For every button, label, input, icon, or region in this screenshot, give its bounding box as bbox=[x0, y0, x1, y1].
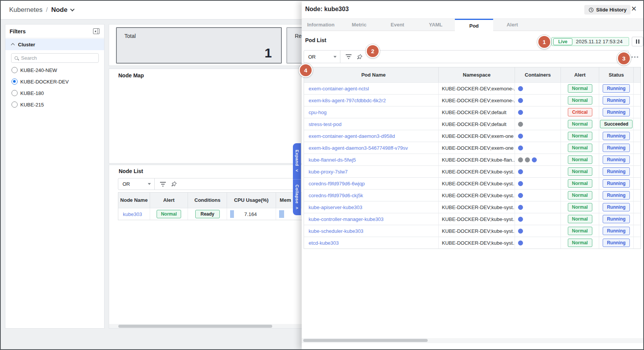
breadcrumb-current[interactable]: Node bbox=[51, 6, 68, 14]
breadcrumb-root[interactable]: Kubernetes bbox=[9, 6, 42, 14]
pod-link[interactable]: kube-proxy-7slw7 bbox=[309, 169, 348, 175]
collapse-panel-icon[interactable] bbox=[93, 28, 100, 34]
container-dot-blue bbox=[532, 157, 537, 162]
col-containers[interactable]: Containers bbox=[515, 67, 561, 82]
pod-table: Pod Name Namespace Containers Alert Stat… bbox=[304, 67, 641, 249]
node-list-operator-select[interactable]: OR bbox=[118, 178, 155, 190]
filter-icon[interactable] bbox=[346, 54, 351, 59]
pin-icon[interactable] bbox=[357, 54, 363, 60]
more-options-icon[interactable] bbox=[631, 56, 638, 58]
cluster-option-label: KUBE-215 bbox=[20, 102, 44, 108]
alert-badge: Normal bbox=[568, 239, 592, 247]
col-extra bbox=[634, 67, 641, 82]
tab-metric[interactable]: Metric bbox=[340, 19, 378, 31]
pod-link[interactable]: coredns-f9fd979d6-6wjqp bbox=[309, 181, 365, 186]
containers-cell bbox=[515, 142, 561, 154]
container-dot-blue bbox=[518, 169, 523, 174]
tab-pod[interactable]: Pod bbox=[455, 19, 493, 32]
pod-link[interactable]: exem-container-agent-daemon3-d958d bbox=[309, 133, 395, 139]
breadcrumb-separator: / bbox=[46, 6, 48, 14]
slide-history-button[interactable]: Slide History bbox=[584, 5, 631, 15]
radio-icon[interactable] bbox=[11, 79, 18, 85]
chevron-down-icon[interactable] bbox=[70, 7, 75, 11]
annotation-callout-2: 2 bbox=[367, 45, 379, 57]
col-pod-name[interactable]: Pod Name bbox=[304, 67, 439, 82]
tab-event[interactable]: Event bbox=[378, 19, 417, 31]
node-list-title: Node List bbox=[119, 168, 143, 174]
col-status[interactable]: Status bbox=[599, 67, 634, 82]
tab-alert[interactable]: Alert bbox=[493, 19, 531, 31]
pod-link[interactable]: etcd-kube303 bbox=[309, 240, 339, 246]
collapse-button[interactable]: Collapse > bbox=[293, 179, 301, 216]
pause-button[interactable] bbox=[632, 37, 643, 46]
extra-cell bbox=[634, 118, 641, 130]
pod-link[interactable]: stress-test-pod bbox=[309, 121, 342, 127]
table-row[interactable]: coredns-f9fd979d6-6wjqp KUBE-DOCKER-DEV;… bbox=[304, 177, 641, 189]
table-row[interactable]: exem-k8s-agent-daemon3-54677498ff-v79sv … bbox=[304, 142, 641, 154]
chevron-left-icon: < bbox=[296, 168, 298, 173]
table-row[interactable]: exem-k8s-agent-797cfdbbdc-6k2r2 KUBE-DOC… bbox=[304, 94, 641, 106]
col-namespace[interactable]: Namespace bbox=[439, 67, 515, 82]
tab-yaml[interactable]: YAML bbox=[417, 19, 455, 31]
status-badge: Running bbox=[603, 84, 630, 93]
table-row[interactable]: kube-flannel-ds-5fwj5 KUBE-DOCKER-DEV;ku… bbox=[304, 154, 641, 165]
containers-cell bbox=[515, 213, 561, 225]
pin-icon[interactable] bbox=[171, 181, 177, 187]
pod-link[interactable]: kube-controller-manager-kube303 bbox=[309, 216, 384, 222]
namespace-cell: KUBE-DOCKER-DEV;kube-syst... bbox=[439, 213, 515, 225]
table-row[interactable]: kube-proxy-7slw7 KUBE-DOCKER-DEV;kube-sy… bbox=[304, 165, 641, 177]
col-conditions[interactable]: Conditions bbox=[188, 193, 227, 208]
col-alert[interactable]: Alert bbox=[150, 193, 188, 208]
close-icon[interactable]: ✕ bbox=[631, 5, 637, 13]
expand-button[interactable]: Expand < bbox=[293, 143, 301, 179]
table-row[interactable]: exem-container-agent-daemon3-d958d KUBE-… bbox=[304, 130, 641, 142]
cluster-option-kube-docker-dev[interactable]: KUBE-DOCKER-DEV bbox=[5, 76, 104, 87]
containers-cell bbox=[515, 154, 561, 165]
search-input[interactable] bbox=[21, 55, 95, 61]
pod-link[interactable]: kube-flannel-ds-5fwj5 bbox=[309, 157, 356, 163]
table-row[interactable]: cpu-hog KUBE-DOCKER-DEV;default Critical… bbox=[304, 106, 641, 118]
container-dot-blue bbox=[518, 110, 523, 115]
radio-icon[interactable] bbox=[11, 90, 18, 96]
namespace-cell: KUBE-DOCKER-DEV;default bbox=[439, 106, 515, 118]
table-row[interactable]: exem-container-agent-nctsl KUBE-DOCKER-D… bbox=[304, 82, 641, 94]
table-row[interactable]: kube-controller-manager-kube303 KUBE-DOC… bbox=[304, 213, 641, 225]
filter-icon[interactable] bbox=[160, 182, 166, 186]
table-row[interactable]: stress-test-pod KUBE-DOCKER-DEV;default … bbox=[304, 118, 641, 130]
drawer-resize-bar: Expand < Collapse > bbox=[293, 143, 301, 215]
cluster-section-header[interactable]: Cluster bbox=[5, 39, 104, 50]
cluster-option-kube-240-new[interactable]: KUBE-240-NEW bbox=[5, 64, 104, 76]
radio-icon[interactable] bbox=[11, 67, 18, 73]
pod-link[interactable]: cpu-hog bbox=[309, 110, 327, 115]
pod-link[interactable]: exem-k8s-agent-daemon3-54677498ff-v79sv bbox=[309, 145, 408, 151]
chevron-right-icon: > bbox=[296, 206, 298, 210]
total-card[interactable]: Total 1 bbox=[116, 27, 282, 64]
extra-cell bbox=[634, 154, 641, 165]
radio-icon[interactable] bbox=[11, 101, 18, 108]
pod-link[interactable]: kube-scheduler-kube303 bbox=[309, 228, 363, 234]
cluster-option-kube-215[interactable]: KUBE-215 bbox=[5, 99, 104, 110]
node-link[interactable]: kube303 bbox=[123, 211, 142, 217]
col-alert[interactable]: Alert bbox=[561, 67, 599, 82]
status-badge: Running bbox=[603, 167, 630, 176]
pod-link[interactable]: coredns-f9fd979d6-ckj5k bbox=[309, 193, 363, 198]
col-node-name[interactable]: Node Name bbox=[118, 193, 150, 208]
namespace-cell: KUBE-DOCKER-DEV;default bbox=[439, 118, 515, 130]
alert-badge: Normal bbox=[568, 215, 592, 223]
pod-link[interactable]: exem-container-agent-nctsl bbox=[309, 86, 369, 92]
namespace-cell: KUBE-DOCKER-DEV;kube-syst... bbox=[439, 166, 515, 177]
pod-table-hscrollbar[interactable] bbox=[302, 338, 644, 343]
table-row[interactable]: etcd-kube303 KUBE-DOCKER-DEV;kube-syst..… bbox=[304, 237, 641, 249]
table-row[interactable]: kube-apiserver-kube303 KUBE-DOCKER-DEV;k… bbox=[304, 201, 641, 213]
table-row[interactable]: coredns-f9fd979d6-ckj5k KUBE-DOCKER-DEV;… bbox=[304, 189, 641, 201]
cluster-option-kube-180[interactable]: KUBE-180 bbox=[5, 87, 104, 99]
tab-information[interactable]: Information bbox=[302, 19, 340, 31]
pod-table-header: Pod Name Namespace Containers Alert Stat… bbox=[304, 67, 641, 82]
total-card-label: Total bbox=[124, 33, 136, 39]
pod-list-operator-select[interactable]: OR bbox=[304, 51, 340, 63]
pod-link[interactable]: kube-apiserver-kube303 bbox=[309, 204, 362, 210]
table-row[interactable]: kube-scheduler-kube303 KUBE-DOCKER-DEV;k… bbox=[304, 225, 641, 237]
app-window: Kubernetes / Node Filters Cluster KUBE-2… bbox=[0, 0, 644, 350]
col-cpu-usage[interactable]: CPU Usage(%) bbox=[227, 193, 276, 208]
pod-link[interactable]: exem-k8s-agent-797cfdbbdc-6k2r2 bbox=[309, 98, 386, 103]
